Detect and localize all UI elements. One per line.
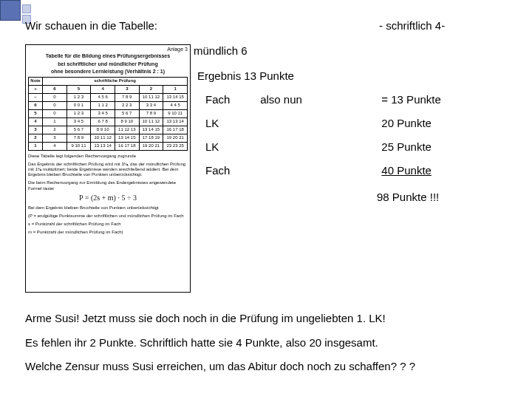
- intro-line: Wir schauen in die Tabelle: - schriftlic…: [25, 19, 507, 32]
- anlage-legend-m: m = Punktzahl der mündlichen Prüfung im …: [28, 230, 188, 235]
- bottom-line-3: Welche Zensur muss Susi erreichen, um da…: [25, 359, 507, 374]
- anlage-legend-s: s = Punktzahl der schriftlichen Prüfung …: [28, 222, 188, 227]
- bottom-line-1: Arme Susi! Jetzt muss sie doch noch in d…: [25, 311, 507, 326]
- anlage-title-3: ohne besondere Lernleistung (Verhältnis …: [28, 69, 188, 75]
- bottom-line-2: Es fehlen ihr 2 Punkte. Schriftlich hatt…: [25, 335, 507, 350]
- row-fach: LK: [205, 117, 257, 129]
- anlage-foot-2: Das Ergebnis der schriftlichen Prüfung w…: [28, 162, 188, 178]
- anlage-foot-1: Diese Tabelle legt folgenden Rechenvorga…: [28, 154, 188, 159]
- anlage-tag: Anlage 3: [28, 47, 188, 52]
- anlage-foot-3: Die beim Rechenvorgang zur Ermittlung de…: [28, 180, 188, 191]
- result-value: Ergebnis 13 Punkte: [197, 69, 294, 82]
- anlage-row-hdr: Note: [29, 77, 43, 85]
- row-pts: 25 Punkte: [381, 140, 432, 153]
- slide-body: Wir schauen in die Tabelle: - schriftlic…: [0, 0, 532, 399]
- row-fach: Fach: [205, 93, 257, 106]
- anlage3-table-image: Anlage 3 Tabelle für die Bildung eines P…: [25, 44, 191, 293]
- anlage-title-2: bei schriftlicher und mündlicher Prüfung: [28, 61, 188, 67]
- points-total: 98 Punkte !!!: [377, 191, 439, 203]
- points-row-2: LK 20 Punkte: [205, 117, 507, 129]
- anlage-title-1: Tabelle für die Bildung eines Prüfungser…: [28, 53, 188, 59]
- bottom-paragraphs: Arme Susi! Jetzt muss sie doch noch in d…: [25, 311, 507, 383]
- row-pts: 20 Punkte: [381, 117, 432, 129]
- anlage-formula: P = (2s + m) · 5 ÷ 3: [28, 194, 188, 202]
- anlage-foot-4: Bei dem Ergebnis bleiben Bruchteile von …: [28, 205, 188, 211]
- row-pts: = 13 Punkte: [381, 93, 440, 106]
- row-mid: also nun: [260, 93, 378, 106]
- written-value: - schriftlich 4-: [379, 19, 445, 32]
- row-pts: 40 Punkte: [381, 164, 432, 177]
- intro-label: Wir schauen in die Tabelle:: [25, 19, 157, 32]
- anlage-col-hdr: schriftliche Prüfung: [43, 77, 188, 85]
- points-row-1: Fach also nun = 13 Punkte: [205, 93, 507, 106]
- anlage-legend-p: (P = endgültige Punktsumme der schriftli…: [28, 214, 188, 219]
- points-row-3: LK 25 Punkte: [205, 140, 507, 153]
- row-fach: Fach: [205, 164, 257, 177]
- anlage-grid: Note schriftliche Prüfung + 6 5 4 3 2 1 …: [28, 77, 188, 151]
- row-fach: LK: [205, 140, 257, 153]
- points-row-4: Fach 40 Punkte: [205, 164, 507, 177]
- oral-value: mündlich 6: [194, 44, 248, 57]
